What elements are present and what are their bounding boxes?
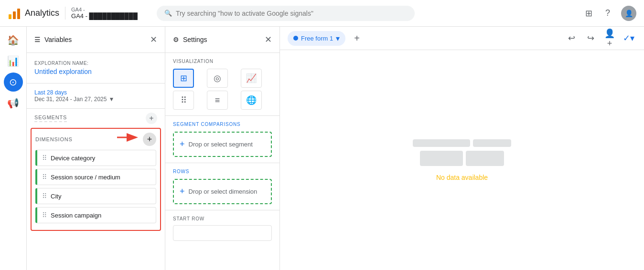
analytics-logo-icon bbox=[8, 7, 21, 20]
date-range-label[interactable]: Last 28 days bbox=[34, 89, 157, 96]
dimension-name: Session campaign bbox=[51, 212, 101, 219]
placeholder-block bbox=[473, 139, 511, 147]
exploration-name-section: EXPLORATION NAME: Untitled exploration bbox=[27, 53, 165, 83]
add-user-button[interactable]: 👤+ bbox=[602, 31, 617, 46]
placeholder-graphic bbox=[413, 139, 511, 166]
settings-panel-header: ⚙ Settings ✕ bbox=[165, 27, 279, 53]
placeholder-row-1 bbox=[413, 139, 511, 147]
date-range-value[interactable]: Dec 31, 2024 - Jan 27, 2025 ▼ bbox=[34, 96, 157, 103]
header-actions: ⊞ ? 👤 bbox=[583, 6, 636, 21]
start-row-section: START ROW 1 bbox=[165, 210, 279, 247]
placeholder-block bbox=[420, 151, 463, 166]
segment-comparisons-label: SEGMENT COMPARISONS bbox=[173, 122, 272, 127]
dimension-name: City bbox=[51, 193, 61, 200]
variables-icon: ☰ bbox=[34, 36, 41, 43]
tab-freeform1[interactable]: Free form 1 ▾ bbox=[288, 31, 345, 46]
red-arrow-icon bbox=[117, 132, 141, 143]
top-header: Analytics GA4 - GA4 - ███████████ 🔍 ⊞ ? … bbox=[0, 0, 644, 27]
viz-table-button[interactable]: ⊞ bbox=[173, 69, 194, 88]
drop-segment-text: Drop or select segment bbox=[189, 141, 253, 148]
exploration-name-value[interactable]: Untitled exploration bbox=[34, 68, 157, 75]
drag-handle-icon: ⠿ bbox=[42, 173, 47, 181]
nav-reports[interactable]: 📊 bbox=[4, 52, 23, 71]
visualization-grid: ⊞ ◎ 📈 ⠿ ≡ 🌐 bbox=[173, 69, 272, 110]
svg-rect-2 bbox=[17, 9, 20, 19]
settings-panel-title: ⚙ Settings bbox=[173, 36, 207, 43]
start-row-input[interactable]: 1 bbox=[173, 225, 272, 241]
segments-section-header: SEGMENTS + bbox=[27, 108, 165, 128]
exploration-name-label: EXPLORATION NAME: bbox=[34, 61, 157, 66]
account-label: GA4 - bbox=[71, 7, 138, 12]
search-bar[interactable]: 🔍 bbox=[157, 6, 415, 21]
tab-actions: ↩ ↪ 👤+ ✓▾ bbox=[564, 31, 636, 46]
redo-button[interactable]: ↪ bbox=[583, 31, 598, 46]
viz-donut-button[interactable]: ◎ bbox=[207, 69, 228, 88]
grid-icon[interactable]: ⊞ bbox=[583, 8, 594, 19]
main-canvas: No data available bbox=[280, 50, 644, 270]
variables-panel-header: ☰ Variables ✕ bbox=[27, 27, 165, 53]
viz-line-button[interactable]: 📈 bbox=[241, 69, 262, 88]
placeholder-block bbox=[413, 139, 470, 147]
drop-dimension-zone[interactable]: + Drop or select dimension bbox=[173, 179, 272, 204]
settings-close-button[interactable]: ✕ bbox=[265, 34, 272, 45]
account-name: GA4 - ███████████ bbox=[71, 12, 138, 20]
add-tab-button[interactable]: + bbox=[349, 31, 365, 46]
add-dimension-button[interactable]: + bbox=[143, 133, 156, 146]
main-container: 🏠 📊 ⊙ 📢 ☰ Variables ✕ EXPLORATION NAME: … bbox=[0, 27, 644, 270]
variables-close-button[interactable]: ✕ bbox=[150, 34, 157, 45]
segments-label: SEGMENTS bbox=[34, 114, 67, 122]
tab-area: Free form 1 ▾ + ↩ ↪ 👤+ ✓▾ bbox=[280, 27, 644, 270]
dimension-item-session-campaign[interactable]: ⠿ Session campaign bbox=[35, 207, 156, 223]
dimension-item-session-source-medium[interactable]: ⠿ Session source / medium bbox=[35, 169, 156, 185]
placeholder-row-2 bbox=[420, 151, 504, 166]
viz-scatter-button[interactable]: ⠿ bbox=[173, 91, 194, 110]
search-icon: 🔍 bbox=[164, 10, 172, 17]
check-dropdown-button[interactable]: ✓▾ bbox=[621, 31, 636, 46]
drop-segment-zone[interactable]: + Drop or select segment bbox=[173, 132, 272, 157]
variables-panel: ☰ Variables ✕ EXPLORATION NAME: Untitled… bbox=[27, 27, 165, 270]
dimension-item-device-category[interactable]: ⠿ Device category bbox=[35, 150, 156, 166]
variables-panel-title: ☰ Variables bbox=[34, 36, 72, 43]
date-dropdown-icon: ▼ bbox=[108, 96, 114, 103]
drag-handle-icon: ⠿ bbox=[42, 154, 47, 162]
rows-label: ROWS bbox=[173, 169, 272, 174]
no-data-text: No data available bbox=[436, 174, 488, 181]
svg-rect-0 bbox=[9, 14, 11, 19]
dimensions-label: DIMENSIONS bbox=[35, 136, 73, 142]
nav-advertising[interactable]: 📢 bbox=[4, 93, 23, 113]
avatar[interactable]: 👤 bbox=[621, 6, 636, 21]
add-segment-button[interactable]: + bbox=[146, 113, 157, 124]
start-row-label: START ROW bbox=[173, 216, 272, 221]
placeholder-block bbox=[466, 151, 504, 166]
settings-icon: ⚙ bbox=[173, 36, 179, 43]
dimension-item-city[interactable]: ⠿ City bbox=[35, 188, 156, 204]
date-section: Last 28 days Dec 31, 2024 - Jan 27, 2025… bbox=[27, 83, 165, 108]
search-input[interactable] bbox=[176, 10, 407, 17]
visualization-label: VISUALIZATION bbox=[173, 59, 272, 64]
dimension-name: Session source / medium bbox=[51, 174, 120, 181]
drag-handle-icon: ⠿ bbox=[42, 192, 47, 200]
tab-bar: Free form 1 ▾ + ↩ ↪ 👤+ ✓▾ bbox=[280, 27, 644, 50]
help-icon[interactable]: ? bbox=[602, 8, 613, 19]
drag-handle-icon: ⠿ bbox=[42, 211, 47, 219]
nav-home[interactable]: 🏠 bbox=[4, 31, 23, 50]
plus-icon: + bbox=[180, 139, 185, 149]
settings-panel: ⚙ Settings ✕ VISUALIZATION ⊞ ◎ 📈 ⠿ ≡ 🌐 bbox=[165, 27, 280, 270]
dimensions-header: DIMENSIONS + bbox=[35, 133, 156, 146]
svg-rect-1 bbox=[13, 11, 16, 19]
visualization-section: VISUALIZATION ⊞ ◎ 📈 ⠿ ≡ 🌐 bbox=[165, 53, 279, 116]
viz-bar-button[interactable]: ≡ bbox=[207, 91, 228, 110]
rows-section: ROWS + Drop or select dimension bbox=[165, 163, 279, 210]
dimensions-section: DIMENSIONS + bbox=[31, 128, 161, 231]
content-area: ☰ Variables ✕ EXPLORATION NAME: Untitled… bbox=[27, 27, 644, 270]
tab-label: Free form 1 bbox=[301, 35, 333, 42]
viz-geo-button[interactable]: 🌐 bbox=[241, 91, 262, 110]
segment-comparisons-section: SEGMENT COMPARISONS + Drop or select seg… bbox=[165, 116, 279, 163]
app-title: Analytics bbox=[25, 8, 59, 18]
nav-explore[interactable]: ⊙ bbox=[4, 73, 23, 92]
left-nav: 🏠 📊 ⊙ 📢 bbox=[0, 27, 27, 270]
undo-button[interactable]: ↩ bbox=[564, 31, 579, 46]
tab-dropdown-icon[interactable]: ▾ bbox=[336, 34, 340, 43]
tab-dot bbox=[293, 36, 298, 41]
account-selector[interactable]: GA4 - GA4 - ███████████ bbox=[65, 7, 143, 20]
